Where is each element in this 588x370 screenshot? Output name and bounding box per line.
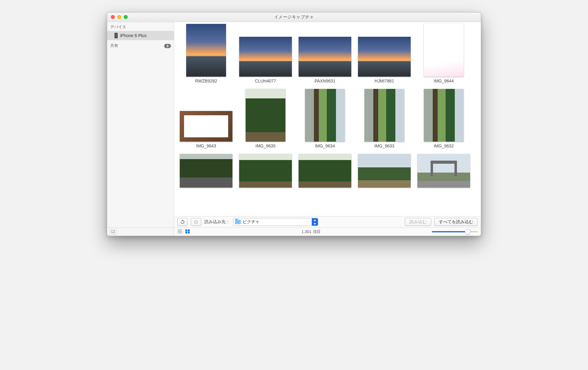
- thumbnail-cell[interactable]: [417, 154, 470, 188]
- traffic-lights: [111, 15, 128, 19]
- thumbnail-filename: RWZB9282: [195, 78, 217, 83]
- thumbnail-image[interactable]: [180, 111, 232, 142]
- sidebar-shared-label: 共有: [110, 43, 118, 48]
- sidebar-item-device[interactable]: iPhone 6 Plus: [107, 31, 174, 40]
- thumbnail-image[interactable]: [299, 37, 351, 77]
- thumbnail-image[interactable]: [239, 154, 292, 188]
- shared-count-badge: 0: [164, 44, 171, 48]
- close-button[interactable]: [111, 15, 115, 19]
- delete-button[interactable]: [191, 218, 201, 226]
- thumbnail-filename: IMG_9644: [434, 78, 454, 83]
- thumbnail-cell[interactable]: HJMI7861: [358, 37, 411, 83]
- thumbnail-cell[interactable]: IMG_9633: [358, 89, 411, 148]
- thumbnail-filename: IMG_9632: [434, 143, 454, 148]
- svg-marker-2: [182, 220, 183, 221]
- thumbnail-filename: IMG_9634: [315, 143, 335, 148]
- import-destination-label: 読み込み先：: [204, 219, 230, 225]
- window-title: イメージキャプチャ: [274, 14, 314, 20]
- svg-rect-13: [188, 232, 190, 233]
- thumbnail-cell[interactable]: PAXN9631: [299, 37, 351, 83]
- svg-rect-10: [186, 230, 187, 231]
- thumbnail-cell[interactable]: [180, 154, 232, 188]
- list-view-button[interactable]: [177, 229, 182, 235]
- thumbnail-cell[interactable]: CLUH4077: [239, 37, 292, 83]
- device-name: iPhone 6 Plus: [120, 33, 146, 38]
- sidebar: デバイス iPhone 6 Plus 共有 0: [107, 22, 174, 236]
- thumbnail-image[interactable]: [417, 154, 470, 188]
- thumbnail-size-slider[interactable]: [432, 231, 478, 232]
- thumbnail-filename: HJMI7861: [375, 78, 394, 83]
- thumbnail-cell[interactable]: [239, 154, 292, 188]
- thumbnail-cell[interactable]: IMG_9644: [417, 24, 470, 83]
- stepper-icon: [312, 218, 318, 226]
- thumbnail-filename: IMG_9635: [255, 143, 275, 148]
- svg-rect-12: [186, 232, 187, 233]
- thumbnail-image[interactable]: [239, 37, 292, 77]
- svg-marker-1: [113, 231, 114, 233]
- thumbnail-filename: CLUH4077: [255, 78, 276, 83]
- import-destination-select[interactable]: ピクチャ: [233, 218, 318, 226]
- thumbnail-image[interactable]: [424, 89, 464, 142]
- main-area: RWZB9282CLUH4077PAXN9631HJMI7861IMG_9644…: [174, 22, 481, 236]
- import-button[interactable]: 読み込む: [405, 218, 431, 226]
- thumbnail-image[interactable]: [358, 37, 411, 77]
- thumbnail-filename: IMG_9643: [196, 143, 216, 148]
- svg-rect-11: [188, 230, 190, 231]
- sidebar-section-devices: デバイス: [107, 23, 174, 31]
- thumbnail-filename: PAXN9631: [315, 78, 335, 83]
- thumbnail-cell[interactable]: [299, 154, 351, 188]
- thumbnail-cell[interactable]: IMG_9643: [180, 111, 232, 148]
- thumbnail-cell[interactable]: RWZB9282: [180, 24, 232, 83]
- sidebar-devices-label: デバイス: [110, 25, 126, 30]
- thumbnail-image[interactable]: [299, 154, 351, 188]
- phone-icon: [115, 33, 118, 38]
- zoom-button[interactable]: [124, 15, 128, 19]
- app-window: イメージキャプチャ デバイス iPhone 6 Plus 共有 0: [107, 12, 481, 236]
- thumbnail-cell[interactable]: IMG_9635: [239, 89, 292, 148]
- grid-view-button[interactable]: [185, 229, 190, 235]
- titlebar: イメージキャプチャ: [107, 13, 481, 22]
- thumbnail-image[interactable]: [424, 24, 464, 77]
- thumbnail-cell[interactable]: IMG_9634: [299, 89, 351, 148]
- import-all-button[interactable]: すべてを読み込む: [434, 218, 478, 226]
- folder-icon: [235, 220, 241, 224]
- thumbnail-cell[interactable]: IMG_9632: [417, 89, 470, 148]
- svg-line-4: [195, 221, 197, 223]
- sidebar-section-shared[interactable]: 共有 0: [107, 42, 174, 50]
- sidebar-toggle-button[interactable]: [110, 229, 116, 235]
- thumbnail-image[interactable]: [186, 24, 226, 77]
- svg-marker-6: [314, 223, 316, 225]
- item-count: 1,301 項目: [193, 229, 429, 235]
- rotate-ccw-button[interactable]: [177, 218, 188, 226]
- thumbnail-image[interactable]: [180, 154, 232, 188]
- sidebar-footer: [107, 227, 174, 236]
- destination-folder-name: ピクチャ: [243, 219, 260, 225]
- thumbnail-cell[interactable]: [358, 154, 411, 188]
- import-toolbar: 読み込み先： ピクチャ 読み込む すべてを読み込む: [174, 216, 481, 227]
- thumbnail-image[interactable]: [358, 154, 411, 188]
- svg-marker-5: [314, 219, 316, 221]
- thumbnail-image[interactable]: [305, 89, 345, 142]
- thumbnail-image[interactable]: [246, 89, 285, 142]
- status-bar: 1,301 項目: [174, 227, 481, 236]
- minimize-button[interactable]: [117, 15, 121, 19]
- thumbnail-grid[interactable]: RWZB9282CLUH4077PAXN9631HJMI7861IMG_9644…: [174, 22, 481, 216]
- thumbnail-image[interactable]: [364, 89, 404, 142]
- thumbnail-filename: IMG_9633: [374, 143, 394, 148]
